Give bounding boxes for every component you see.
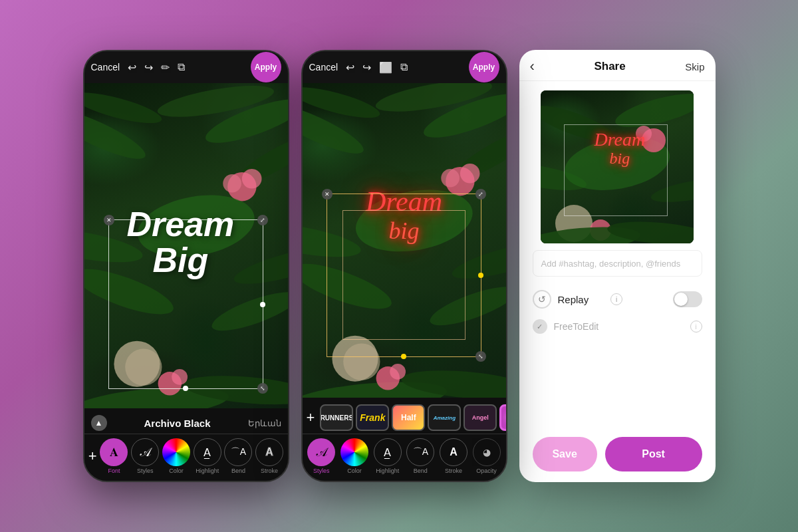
phone1-tool-stroke[interactable]: A Stroke (255, 438, 283, 474)
redo-icon[interactable]: ↪ (144, 61, 153, 74)
phone2-canvas[interactable]: ✕ ⤢ ⤡ Dream big (303, 83, 506, 398)
free-info-icon[interactable]: i (690, 321, 702, 332)
phone1-tools-row: + 𝐀 Font 𝒜 Styles Color A̲ Highlight (84, 434, 288, 475)
phone2-stroke-label: Stroke (445, 467, 462, 474)
phone1-close-handle[interactable]: ✕ (104, 215, 114, 225)
phone2-handle-bl[interactable] (401, 354, 406, 359)
phone1-tool-font[interactable]: 𝐀 Font (100, 438, 128, 474)
back-button[interactable]: ‹ (530, 59, 535, 74)
free-to-edit-label: FreeToEdit (554, 321, 690, 332)
expand-icon[interactable]: ▲ (91, 415, 107, 431)
chip-angel[interactable]: Angel (464, 404, 497, 431)
highlight-icon: A̲ (194, 438, 221, 466)
phone2-tools-row: 𝒜 Styles Color A̲ Highlight ⌒A Bend A (303, 434, 506, 475)
phone2-opacity-label: Opacity (476, 467, 497, 474)
chip-cursive[interactable]: Frank (356, 404, 389, 431)
replay-toggle[interactable] (673, 291, 702, 307)
phone2-resize-handle[interactable]: ⤢ (475, 189, 486, 200)
bend-icon: ⌒A (224, 438, 252, 466)
font-label: Font (108, 467, 120, 474)
phone2-toolbar-icons: ↩ ↪ ⬜ ⧉ (346, 61, 408, 74)
phone2-resize-br[interactable]: ⤡ (475, 351, 486, 362)
phone-2: Cancel ↩ ↪ ⬜ ⧉ Apply (301, 50, 507, 482)
share-panel: ‹ Share Skip (519, 50, 716, 482)
share-action-buttons: Save Post (519, 430, 716, 482)
stroke-label: Stroke (261, 467, 278, 474)
caption-placeholder: Add #hashtag, description, @friends (541, 259, 681, 269)
phone2-tool-color[interactable]: Color (340, 438, 368, 474)
caption-field[interactable]: Add #hashtag, description, @friends (533, 250, 702, 277)
styles-icon: 𝒜 (131, 438, 159, 466)
styles-label: Styles (137, 467, 154, 474)
phone2-tool-opacity[interactable]: ◕ Opacity (473, 438, 501, 474)
phone2-tool-bend[interactable]: ⌒A Bend (406, 438, 434, 474)
phone1-tool-highlight[interactable]: A̲ Highlight (194, 438, 221, 474)
phone1-cancel-button[interactable]: Cancel (91, 62, 120, 72)
share-title: Share (535, 60, 685, 73)
color-label: Color (169, 467, 184, 474)
phone-1: Cancel ↩ ↪ ✏ ⧉ Apply (83, 50, 289, 482)
neon-frame (342, 210, 465, 340)
phone2-highlight-icon: A̲ (374, 438, 402, 466)
phone2-tool-highlight[interactable]: A̲ Highlight (374, 438, 402, 474)
phone1-font-selector: ▲ Archivo Black Երևան (84, 412, 288, 434)
chip-holo[interactable]: Half (392, 404, 425, 431)
share-preview-image[interactable]: Dream big (541, 90, 694, 243)
phone2-styles-icon: 𝒜 (307, 438, 335, 466)
phone1-handle-right[interactable] (260, 302, 265, 307)
phone2-bottom-bar: + RUNNERS Frank Half Amazing Angel Shine (303, 398, 506, 481)
skip-button[interactable]: Skip (685, 61, 704, 72)
phone2-opacity-icon: ◕ (473, 438, 501, 466)
undo-icon[interactable]: ↩ (128, 61, 136, 74)
stroke-icon: A (255, 438, 283, 466)
phone1-add-button[interactable]: + (88, 448, 97, 465)
phone2-styles-label: Styles (313, 467, 330, 474)
check-icon: ✓ (533, 319, 547, 334)
phone2-color-icon (340, 438, 368, 466)
toggle-knob (674, 293, 688, 306)
replay-label: Replay (558, 294, 608, 305)
phone2-layers-icon[interactable]: ⧉ (400, 61, 408, 73)
chip-shine[interactable]: Shine (499, 404, 505, 431)
phone1-font-name[interactable]: Archivo Black (112, 418, 243, 429)
erase-icon[interactable]: ✏ (161, 61, 170, 74)
highlight-label: Highlight (196, 467, 219, 474)
phone2-add-button[interactable]: + (307, 409, 315, 426)
phone1-font-alt: Երևան (248, 418, 281, 428)
replay-info-icon[interactable]: i (610, 293, 622, 305)
phone1-selection-frame[interactable]: ✕ ⤢ ⤡ (108, 219, 263, 388)
post-button[interactable]: Post (605, 437, 702, 471)
phone2-apply-button[interactable]: Apply (469, 52, 499, 82)
phone2-handle-right[interactable] (478, 273, 483, 278)
save-button[interactable]: Save (533, 437, 597, 471)
phone1-resize-br[interactable]: ⤡ (257, 383, 268, 394)
chip-runners[interactable]: RUNNERS (320, 404, 353, 431)
phone1-tool-styles[interactable]: 𝒜 Styles (131, 438, 159, 474)
phone2-stroke-icon: A (440, 438, 467, 466)
phone2-toolbar: Cancel ↩ ↪ ⬜ ⧉ Apply (303, 51, 506, 83)
phone2-undo-icon[interactable]: ↩ (346, 61, 354, 74)
phone2-bend-label: Bend (414, 467, 428, 474)
chip-amazing[interactable]: Amazing (428, 404, 461, 431)
phone1-bottom-bar: ▲ Archivo Black Երևան + 𝐀 Font 𝒜 Styles … (84, 408, 288, 481)
phone2-cancel-button[interactable]: Cancel (309, 62, 338, 72)
phone2-erase-icon[interactable]: ⬜ (379, 61, 392, 74)
phone1-tool-color[interactable]: Color (162, 438, 190, 474)
phone2-tool-styles[interactable]: 𝒜 Styles (307, 438, 335, 474)
phone2-close-handle[interactable]: ✕ (322, 189, 332, 200)
phone1-apply-button[interactable]: Apply (251, 52, 281, 82)
phone1-canvas[interactable]: ✕ ⤢ ⤡ Dream Big (84, 83, 288, 408)
replay-icon[interactable]: ↺ (533, 290, 551, 309)
phone2-tool-stroke[interactable]: A Stroke (440, 438, 467, 474)
color-icon (162, 438, 190, 466)
share-dream-overlay: Dream big (594, 130, 645, 167)
layers-icon[interactable]: ⧉ (178, 61, 185, 73)
phone2-redo-icon[interactable]: ↪ (362, 61, 371, 74)
bend-label: Bend (231, 467, 245, 474)
phone1-handle-bl[interactable] (183, 386, 188, 391)
phone1-tool-bend[interactable]: ⌒A Bend (224, 438, 252, 474)
caption-container: Add #hashtag, description, @friends (519, 250, 716, 282)
phone2-highlight-label: Highlight (376, 467, 399, 474)
share-image-area: Dream big (519, 81, 716, 250)
phone2-selection-frame[interactable]: ✕ ⤢ ⤡ (327, 194, 481, 357)
